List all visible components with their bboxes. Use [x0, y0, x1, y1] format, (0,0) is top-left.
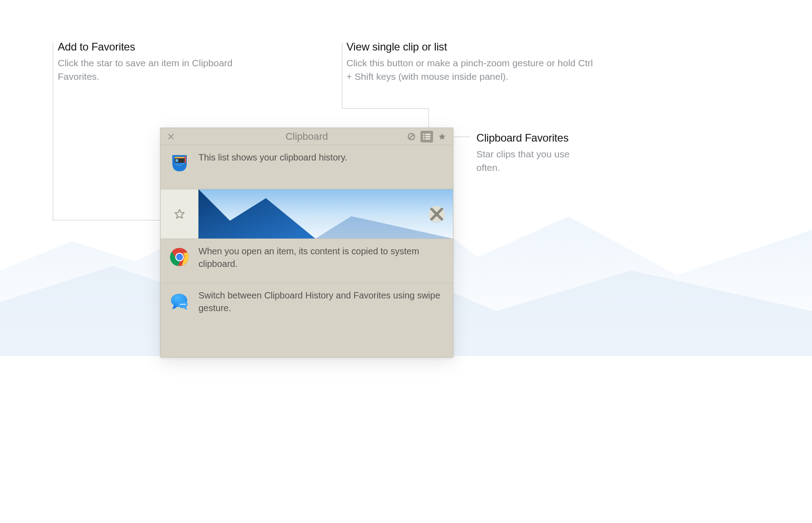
clip-row[interactable]: This list shows your clipboard history. [161, 145, 453, 189]
svg-rect-6 [423, 138, 424, 139]
view-toggle-button[interactable] [420, 131, 433, 142]
svg-rect-5 [425, 136, 430, 137]
clear-clipboard-button[interactable] [405, 131, 418, 142]
svg-point-18 [180, 303, 181, 305]
clip-text: Switch between Clipboard History and Fav… [198, 289, 446, 314]
clip-source-icon [161, 244, 198, 267]
guide-line [453, 137, 470, 137]
clip-row[interactable]: When you open an item, its content is co… [161, 239, 453, 283]
svg-line-1 [409, 134, 414, 139]
svg-rect-11 [185, 156, 186, 163]
guide-line [429, 108, 429, 128]
disable-icon [407, 133, 415, 141]
clip-list: This list shows your clipboard history. [161, 145, 453, 327]
favorites-tab-button[interactable] [436, 131, 448, 142]
guide-line [342, 43, 342, 108]
delete-clip-button[interactable] [429, 206, 445, 222]
callout-title: Clipboard Favorites [476, 132, 594, 145]
favorite-toggle[interactable] [161, 189, 198, 239]
header-buttons [405, 131, 448, 142]
list-icon [423, 133, 431, 140]
svg-point-20 [184, 303, 185, 305]
callout-desc: Click this button or make a pinch-zoom g… [346, 56, 599, 84]
star-outline-icon [173, 208, 186, 220]
svg-rect-4 [423, 136, 424, 137]
svg-rect-7 [425, 138, 430, 139]
clip-text: This list shows your clipboard history. [198, 151, 446, 164]
svg-rect-2 [423, 133, 424, 135]
callout-view-toggle: View single clip or list Click this butt… [346, 41, 599, 84]
svg-rect-3 [425, 133, 430, 135]
clip-source-icon [161, 289, 198, 311]
clip-text: When you open an item, its content is co… [198, 244, 446, 270]
svg-rect-10 [175, 159, 178, 162]
pocket-app-icon [170, 153, 189, 173]
chrome-app-icon [170, 247, 189, 267]
callout-desc: Star clips that you use often. [476, 147, 594, 175]
close-icon [429, 206, 445, 222]
clip-row[interactable]: Switch between Clipboard History and Fav… [161, 283, 453, 327]
clip-source-icon [161, 151, 198, 173]
close-button[interactable] [166, 132, 176, 142]
callout-desc: Click the star to save an item in Clipbo… [58, 56, 238, 84]
callout-clipboard-favorites: Clipboard Favorites Star clips that you … [476, 132, 594, 175]
callout-title: View single clip or list [346, 41, 599, 54]
clipboard-panel: Clipboard [160, 128, 453, 358]
guide-line [53, 220, 174, 220]
svg-rect-9 [175, 157, 185, 158]
svg-point-19 [182, 303, 184, 305]
guide-line [342, 108, 429, 109]
callout-add-to-favorites: Add to Favorites Click the star to save … [58, 41, 238, 84]
clip-image-preview [198, 189, 453, 239]
messages-app-icon [170, 291, 189, 311]
panel-header: Clipboard [161, 128, 453, 145]
svg-point-15 [176, 254, 183, 261]
close-icon [168, 134, 174, 139]
guide-line [53, 43, 53, 220]
callout-title: Add to Favorites [58, 41, 238, 54]
clip-row-selected[interactable] [161, 189, 453, 239]
star-icon [438, 133, 446, 141]
